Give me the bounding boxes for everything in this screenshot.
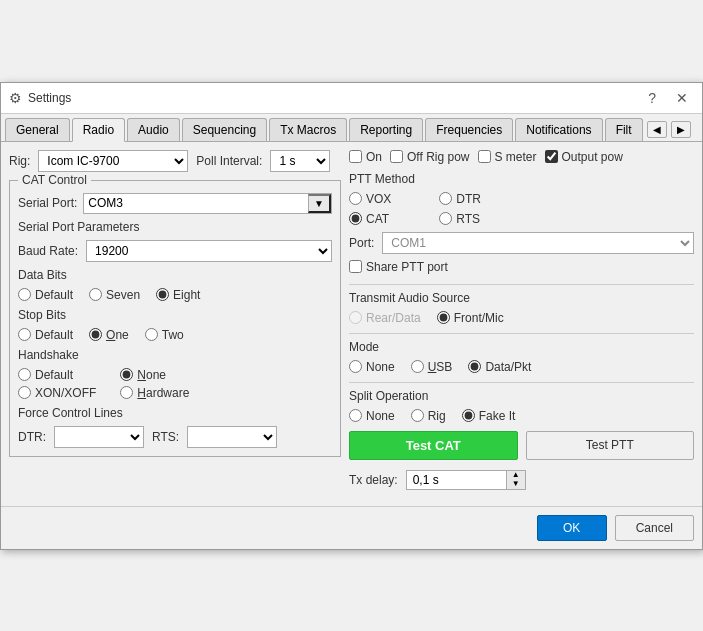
front-mic-radio[interactable] — [437, 311, 450, 324]
mode-none-radio[interactable] — [349, 360, 362, 373]
split-none-radio[interactable] — [349, 409, 362, 422]
share-ptt-checkbox[interactable] — [349, 260, 362, 273]
handshake-default-radio[interactable] — [18, 368, 31, 381]
split-fake-radio[interactable] — [462, 409, 475, 422]
data-bits-default-label: Default — [35, 288, 73, 302]
data-bits-seven-radio[interactable] — [89, 288, 102, 301]
test-ptt-button[interactable]: Test PTT — [526, 431, 695, 460]
stop-bits-default-label: Default — [35, 328, 73, 342]
mode-none-label: None — [366, 360, 395, 374]
serial-port-input[interactable] — [84, 194, 308, 212]
ptt-rts-radio[interactable] — [439, 212, 452, 225]
ptt-vox-radio[interactable] — [349, 192, 362, 205]
tab-audio[interactable]: Audio — [127, 118, 180, 141]
baud-label: Baud Rate: — [18, 244, 78, 258]
baud-select[interactable]: 19200 — [86, 240, 332, 262]
serial-port-dropdown-btn[interactable]: ▼ — [308, 194, 331, 213]
tabs-bar: General Radio Audio Sequencing Tx Macros… — [1, 114, 702, 142]
stop-bits-one-radio[interactable] — [89, 328, 102, 341]
rig-select[interactable]: Icom IC-9700 — [38, 150, 188, 172]
mode-usb[interactable]: USB — [411, 360, 453, 374]
stop-bits-one[interactable]: One — [89, 328, 129, 342]
bottom-buttons: OK Cancel — [1, 506, 702, 549]
tab-radio[interactable]: Radio — [72, 118, 125, 142]
data-bits-default-radio[interactable] — [18, 288, 31, 301]
tab-frequencies[interactable]: Frequencies — [425, 118, 513, 141]
rts-select[interactable] — [187, 426, 277, 448]
on-checkbox[interactable] — [349, 150, 362, 163]
data-bits-seven[interactable]: Seven — [89, 288, 140, 302]
ptt-rts[interactable]: RTS — [439, 212, 481, 226]
tab-nav-left[interactable]: ◀ — [647, 121, 667, 138]
tab-nav-right[interactable]: ▶ — [671, 121, 691, 138]
cancel-button[interactable]: Cancel — [615, 515, 694, 541]
stop-bits-default-radio[interactable] — [18, 328, 31, 341]
rear-data-radio[interactable] — [349, 311, 362, 324]
dtr-label: DTR: — [18, 430, 46, 444]
output-pow-checkbox[interactable] — [545, 150, 558, 163]
com-select[interactable]: COM1 — [382, 232, 694, 254]
split-rig[interactable]: Rig — [411, 409, 446, 423]
ptt-cat[interactable]: CAT — [349, 212, 391, 226]
front-mic[interactable]: Front/Mic — [437, 311, 504, 325]
off-rig-checkbox[interactable] — [390, 150, 403, 163]
handshake-hardware-radio[interactable] — [120, 386, 133, 399]
handshake-none-radio[interactable] — [120, 368, 133, 381]
mode-usb-radio[interactable] — [411, 360, 424, 373]
mode-data-pkt-radio[interactable] — [468, 360, 481, 373]
stop-bits-two-radio[interactable] — [145, 328, 158, 341]
ptt-cat-radio[interactable] — [349, 212, 362, 225]
s-meter-checkbox-label[interactable]: S meter — [478, 150, 537, 164]
handshake-xon[interactable]: XON/XOFF — [18, 386, 96, 400]
spinner-down[interactable]: ▼ — [507, 480, 525, 489]
mode-data-pkt[interactable]: Data/Pkt — [468, 360, 531, 374]
split-none[interactable]: None — [349, 409, 395, 423]
main-content: Rig: Icom IC-9700 Poll Interval: 1 s CAT… — [1, 142, 702, 506]
data-bits-default[interactable]: Default — [18, 288, 73, 302]
data-bits-eight[interactable]: Eight — [156, 288, 200, 302]
tab-general[interactable]: General — [5, 118, 70, 141]
ptt-dtr-radio[interactable] — [439, 192, 452, 205]
poll-label: Poll Interval: — [196, 154, 262, 168]
poll-select[interactable]: 1 s — [270, 150, 330, 172]
mode-none[interactable]: None — [349, 360, 395, 374]
dtr-select[interactable] — [54, 426, 144, 448]
handshake-hardware[interactable]: Hardware — [120, 386, 189, 400]
ptt-vox[interactable]: VOX — [349, 192, 391, 206]
stop-bits-two-label: Two — [162, 328, 184, 342]
stop-bits-two[interactable]: Two — [145, 328, 184, 342]
on-checkbox-label[interactable]: On — [349, 150, 382, 164]
tx-delay-input[interactable] — [407, 471, 506, 489]
ptt-vox-label: VOX — [366, 192, 391, 206]
test-cat-button[interactable]: Test CAT — [349, 431, 518, 460]
output-pow-checkbox-label[interactable]: Output pow — [545, 150, 623, 164]
title-bar: ⚙ Settings ? ✕ — [1, 83, 702, 114]
split-fake[interactable]: Fake It — [462, 409, 516, 423]
off-rig-checkbox-label[interactable]: Off Rig pow — [390, 150, 469, 164]
rear-data[interactable]: Rear/Data — [349, 311, 421, 325]
handshake-xon-radio[interactable] — [18, 386, 31, 399]
off-rig-label: Off Rig pow — [407, 150, 469, 164]
force-control-label: Force Control Lines — [18, 406, 332, 420]
tab-reporting[interactable]: Reporting — [349, 118, 423, 141]
handshake-xon-label: XON/XOFF — [35, 386, 96, 400]
tab-sequencing[interactable]: Sequencing — [182, 118, 267, 141]
ptt-method-title: PTT Method — [349, 172, 694, 186]
right-panel: On Off Rig pow S meter Output pow PTT Me… — [349, 150, 694, 498]
stop-bits-default[interactable]: Default — [18, 328, 73, 342]
split-rig-radio[interactable] — [411, 409, 424, 422]
s-meter-checkbox[interactable] — [478, 150, 491, 163]
tab-filt[interactable]: Filt — [605, 118, 643, 141]
split-section: Split Operation None Rig Fake It — [349, 389, 694, 423]
help-button[interactable]: ? — [642, 89, 662, 107]
close-button[interactable]: ✕ — [670, 89, 694, 107]
handshake-default[interactable]: Default — [18, 368, 96, 382]
tab-tx-macros[interactable]: Tx Macros — [269, 118, 347, 141]
data-bits-eight-radio[interactable] — [156, 288, 169, 301]
ptt-dtr[interactable]: DTR — [439, 192, 481, 206]
handshake-none[interactable]: None — [120, 368, 189, 382]
tab-notifications[interactable]: Notifications — [515, 118, 602, 141]
settings-window: ⚙ Settings ? ✕ General Radio Audio Seque… — [0, 82, 703, 550]
divider-3 — [349, 382, 694, 383]
ok-button[interactable]: OK — [537, 515, 607, 541]
